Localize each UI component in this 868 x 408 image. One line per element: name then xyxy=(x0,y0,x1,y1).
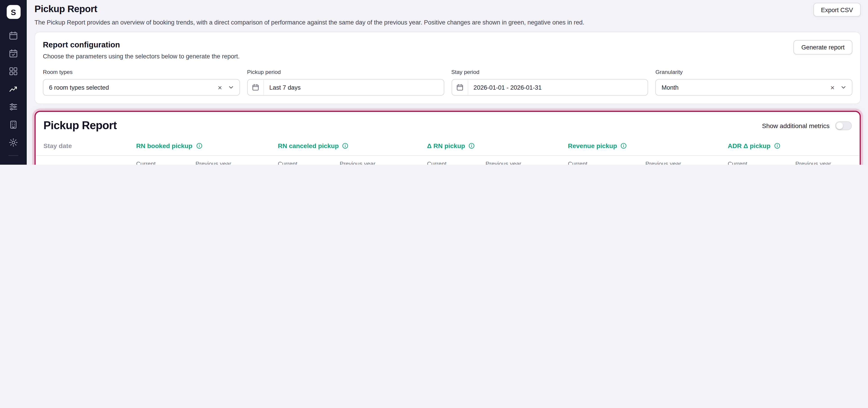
metric-label: RN booked pickup xyxy=(136,143,192,149)
sidebar-divider xyxy=(8,155,19,156)
subheader-current: Current xyxy=(728,155,796,165)
column-header-delta-rn-pickup: Δ RN pickup xyxy=(427,137,568,155)
additional-metrics-label: Show additional metrics xyxy=(762,122,830,129)
subheader-current: Current xyxy=(278,155,340,165)
field-pickup-period: Pickup period Last 7 days xyxy=(247,69,444,96)
metric-label: Δ RN pickup xyxy=(427,143,465,149)
calendar-check-icon xyxy=(8,49,19,59)
stay-period-label: Stay period xyxy=(451,69,648,75)
subheader-current: Current xyxy=(136,155,195,165)
sub-header-row: Current Previous year Current Previous y… xyxy=(36,155,860,165)
field-room-types: Room types 6 room types selected × xyxy=(43,69,240,96)
building-icon xyxy=(8,120,19,130)
granularity-select[interactable]: Month × xyxy=(655,79,852,96)
subheader-current: Current xyxy=(427,155,486,165)
granularity-value: Month xyxy=(656,84,828,91)
app-logo[interactable]: S xyxy=(6,5,20,19)
room-types-select[interactable]: 6 room types selected × xyxy=(43,79,240,96)
info-icon[interactable] xyxy=(620,143,627,149)
additional-metrics-toggle[interactable] xyxy=(835,121,852,130)
pickup-report-table: Stay date RN booked pickup RN canceled p… xyxy=(36,137,860,165)
report-title: Pickup Report xyxy=(43,119,117,132)
pickup-period-value: Last 7 days xyxy=(264,84,444,91)
column-header-adr-delta-pickup: ADR Δ pickup xyxy=(728,137,860,155)
stay-period-input[interactable]: 2026-01-01 - 2026-01-31 xyxy=(451,79,648,96)
app-logo-letter: S xyxy=(11,7,16,17)
subheader-current: Current xyxy=(568,155,646,165)
calendar-icon xyxy=(452,80,468,95)
additional-metrics-control: Show additional metrics xyxy=(762,121,852,130)
column-header-rn-canceled-pickup: RN canceled pickup xyxy=(278,137,427,155)
room-types-value: 6 room types selected xyxy=(43,84,216,91)
apps-grid-icon xyxy=(8,66,19,76)
calendar-icon xyxy=(248,80,264,95)
metric-group-header-row: Stay date RN booked pickup RN canceled p… xyxy=(36,137,860,155)
info-icon[interactable] xyxy=(196,143,203,149)
subheader-previous-year: Previous year xyxy=(796,155,860,165)
config-fields: Room types 6 room types selected × Picku… xyxy=(43,69,852,96)
room-types-label: Room types xyxy=(43,69,240,75)
subheader-previous-year: Previous year xyxy=(340,155,427,165)
app-root: S xyxy=(0,0,868,165)
sidebar-item-dashboard[interactable] xyxy=(8,66,19,76)
info-icon[interactable] xyxy=(468,143,475,149)
sidebar-item-messages[interactable] xyxy=(8,163,19,165)
chevron-down-icon[interactable] xyxy=(840,84,847,91)
sidebar-item-analytics[interactable] xyxy=(8,84,19,94)
sidebar-item-calendar[interactable] xyxy=(8,31,19,41)
sidebar-item-settings[interactable] xyxy=(8,137,19,148)
column-header-stay-date: Stay date xyxy=(36,137,136,155)
clear-icon[interactable]: × xyxy=(828,84,837,91)
page-title: Pickup Report xyxy=(35,4,861,15)
sidebar-item-property[interactable] xyxy=(8,120,19,130)
chevron-down-icon[interactable] xyxy=(228,84,235,91)
pickup-period-input[interactable]: Last 7 days xyxy=(247,79,444,96)
stay-period-value: 2026-01-01 - 2026-01-31 xyxy=(468,84,648,91)
page-subtitle: The Pickup Report provides an overview o… xyxy=(35,19,861,26)
sliders-icon xyxy=(8,102,19,112)
pickup-period-label: Pickup period xyxy=(247,69,444,75)
subheader-previous-year: Previous year xyxy=(645,155,728,165)
config-title: Report configuration xyxy=(43,40,852,49)
page-header: Pickup Report The Pickup Report provides… xyxy=(35,0,861,26)
sidebar: S xyxy=(0,0,27,165)
subheader-previous-year: Previous year xyxy=(195,155,278,165)
export-csv-button[interactable]: Export CSV xyxy=(813,3,861,17)
generate-report-button[interactable]: Generate report xyxy=(794,40,852,54)
column-header-revenue-pickup: Revenue pickup xyxy=(568,137,728,155)
sidebar-nav xyxy=(8,31,19,165)
field-granularity: Granularity Month × xyxy=(655,69,852,96)
mail-icon xyxy=(8,163,19,165)
calendar-icon xyxy=(8,31,19,41)
metric-label: ADR Δ pickup xyxy=(728,143,771,149)
metric-label: Revenue pickup xyxy=(568,143,617,149)
report-head: Pickup Report Show additional metrics xyxy=(36,112,860,137)
config-subtitle: Choose the parameters using the selector… xyxy=(43,53,852,60)
field-stay-period: Stay period 2026-01-01 - 2026-01-31 xyxy=(451,69,648,96)
info-icon[interactable] xyxy=(342,143,349,149)
toggle-knob xyxy=(836,122,843,129)
granularity-label: Granularity xyxy=(655,69,852,75)
info-icon[interactable] xyxy=(774,143,781,149)
subheader-previous-year: Previous year xyxy=(486,155,568,165)
sidebar-item-controls[interactable] xyxy=(8,102,19,112)
sidebar-item-bookings[interactable] xyxy=(8,49,19,59)
gear-icon xyxy=(8,137,19,148)
line-chart-icon xyxy=(8,84,19,94)
column-header-rn-booked-pickup: RN booked pickup xyxy=(136,137,278,155)
subheader-spacer xyxy=(36,155,136,165)
report-configuration-card: Report configuration Choose the paramete… xyxy=(35,32,861,104)
metric-label: RN canceled pickup xyxy=(278,143,339,149)
clear-icon[interactable]: × xyxy=(216,84,224,91)
pickup-report-card: Pickup Report Show additional metrics St… xyxy=(35,111,861,165)
main-content: Pickup Report The Pickup Report provides… xyxy=(27,0,868,165)
